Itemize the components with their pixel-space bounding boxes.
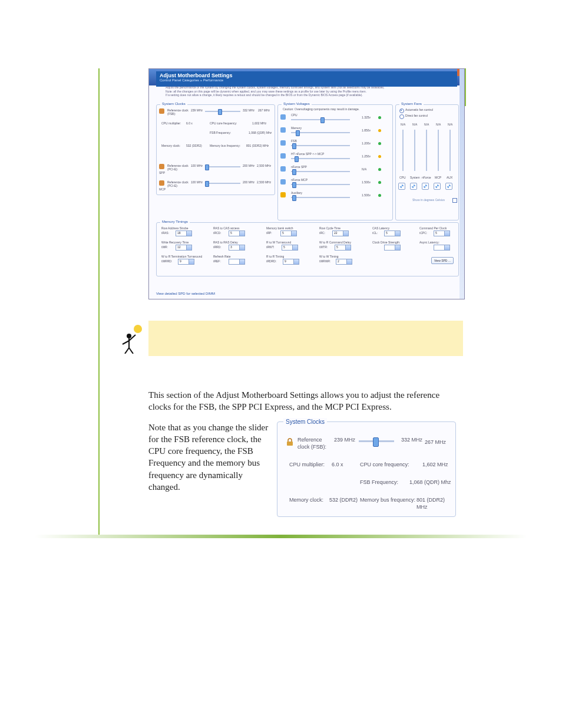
fsb-slider[interactable] — [205, 110, 240, 113]
fsb-slider[interactable] — [359, 437, 394, 446]
doc-row: Note that as you change the slider for t… — [148, 421, 463, 517]
volt-name: nForce MCP — [291, 178, 308, 182]
fan-icon[interactable] — [422, 183, 429, 190]
svg-line-5 — [125, 348, 129, 354]
mem-key: tRDRD: — [266, 259, 276, 263]
ref-fsb-rate: 267 MHz — [425, 439, 446, 446]
volt-slider[interactable] — [291, 170, 350, 173]
mem-key: tCPC: — [419, 231, 427, 235]
status-dot — [378, 168, 381, 171]
mem-bus-value: 801 (DDR2) MHz — [246, 144, 269, 147]
mem-select[interactable] — [229, 259, 245, 265]
mem-select[interactable]: 5 — [335, 245, 351, 251]
mcp-slider[interactable] — [205, 182, 240, 185]
mem-clk-value: 532 (DDR2) — [186, 144, 202, 147]
fan-na: N/A — [436, 123, 441, 126]
mem-value: 5 — [386, 231, 388, 235]
mem-lbl: Row Address Strobe — [161, 226, 189, 230]
mem-select[interactable]: 5 — [282, 245, 298, 251]
mem-select[interactable]: 9 — [283, 259, 299, 265]
mem-value: 22 — [334, 231, 338, 235]
volt-value: 1.200v — [362, 141, 371, 145]
voltage-icon[interactable] — [280, 153, 286, 159]
page-footer-rule — [35, 535, 527, 538]
voltage-icon[interactable] — [280, 179, 286, 185]
mem-select[interactable]: 5 — [229, 230, 245, 236]
view-spd-button[interactable]: View SPD ... — [431, 257, 454, 264]
mem-select[interactable]: 5 — [280, 230, 297, 236]
panel-title: System Clocks — [160, 102, 187, 106]
mem-select[interactable]: 5 — [384, 230, 401, 236]
volt-name: Memory — [291, 126, 302, 130]
mcp-ref-value: 100 MHz — [191, 180, 203, 184]
volt-value: 1.325v — [362, 116, 371, 119]
voltage-icon[interactable] — [280, 140, 286, 146]
volt-slider[interactable] — [291, 157, 350, 160]
mem-select[interactable]: 12 — [176, 245, 192, 251]
direct-fan-radio[interactable] — [399, 114, 404, 119]
mem-select[interactable]: 2 — [336, 259, 352, 265]
fan-icon[interactable] — [445, 183, 452, 190]
fan-slider[interactable] — [448, 130, 452, 171]
voltage-icon[interactable] — [280, 192, 286, 197]
mem-select[interactable]: 3 — [229, 245, 245, 251]
voltage-icon[interactable] — [280, 127, 286, 133]
lock-icon[interactable] — [159, 164, 164, 169]
auto-fan-radio[interactable] — [399, 108, 404, 113]
volt-slider[interactable] — [291, 131, 350, 134]
fan-slider[interactable] — [401, 130, 405, 171]
mem-select[interactable] — [384, 245, 401, 251]
mem-lbl: Memory bank switch — [266, 226, 293, 230]
fan-icon[interactable] — [434, 183, 441, 190]
voltage-icon[interactable] — [280, 114, 286, 120]
fan-icon[interactable] — [410, 183, 417, 190]
volt-name: Auxiliary — [291, 191, 302, 195]
mem-lbl: W to R Command Delay — [319, 241, 351, 244]
lock-icon[interactable] — [159, 108, 164, 114]
volt-slider[interactable] — [291, 144, 350, 147]
fan-icon[interactable] — [398, 183, 405, 190]
spp-ref-label: Reference clock (PCI-E): — [167, 164, 191, 171]
volt-slider[interactable] — [291, 183, 350, 186]
volt-slider[interactable] — [291, 196, 350, 199]
cpu-core-value: 1,602 MHz — [422, 461, 448, 468]
fsb-freq-label: FSB Frequency: — [210, 131, 231, 134]
fan-slider[interactable] — [413, 130, 416, 171]
view-detailed-spd-link[interactable]: View detailed SPD for selected DIMM — [156, 292, 215, 295]
mem-lbl: Clock Drive Strength: — [372, 241, 400, 244]
decorative-rule-right — [465, 68, 466, 106]
fan-slider[interactable] — [437, 130, 440, 171]
vertical-scrollbar[interactable] — [459, 69, 464, 299]
fan-slider[interactable] — [425, 130, 428, 171]
mem-select[interactable]: 18 — [176, 230, 192, 236]
mem-select[interactable] — [434, 245, 450, 251]
tip-figure-icon — [119, 324, 145, 354]
ref-fsb-label: Reference clock (FSB): — [297, 436, 333, 450]
auto-fan-label: Automatic fan control — [405, 108, 433, 111]
mem-select[interactable]: 22 — [332, 230, 349, 236]
mem-select[interactable]: 9 — [178, 259, 194, 265]
mcp-result: 2,500 MHz — [257, 180, 271, 184]
voltage-icon[interactable] — [280, 166, 286, 172]
volt-slider[interactable] — [291, 118, 350, 121]
svg-rect-7 — [287, 442, 293, 446]
mem-lbl: Async Latency: — [419, 241, 439, 244]
show-degrees-checkbox[interactable] — [452, 198, 457, 203]
mem-select[interactable]: 5 — [434, 230, 450, 236]
lock-icon[interactable] — [286, 437, 294, 446]
mem-value: 3 — [230, 245, 232, 249]
mem-key: tWRWR: — [319, 259, 330, 263]
doc-paragraph: This section of the Adjust Motherboard S… — [148, 389, 463, 413]
mem-bus-label: Memory bus frequency: — [360, 496, 415, 503]
spp-slider[interactable] — [205, 165, 240, 169]
lock-icon[interactable] — [159, 180, 164, 186]
memory-timings-panel: Memory Timings Row Address Strobe tRAS: … — [156, 222, 459, 276]
fsb-freq-label: FSB Frequency: — [360, 479, 398, 486]
status-dot — [378, 116, 381, 119]
voltage-caution: Caution: Overvoltaging components may re… — [283, 107, 359, 111]
mem-value: 12 — [177, 245, 181, 249]
panel-title: System Voltages — [282, 102, 312, 106]
mem-value: 5 — [282, 231, 284, 235]
breadcrumb[interactable]: Control Panel Categories » Performance — [160, 78, 454, 82]
fan-na: N/A — [424, 123, 429, 126]
